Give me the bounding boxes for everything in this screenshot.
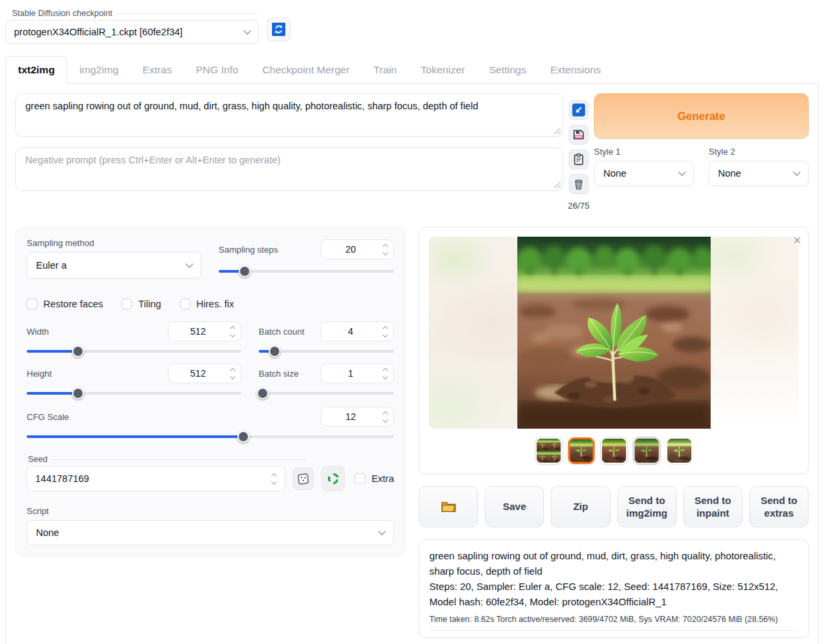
close-icon[interactable]: × (793, 233, 801, 247)
stepper-arrows[interactable] (380, 327, 393, 337)
style2-dropdown[interactable]: None (709, 161, 809, 186)
batch-size-slider[interactable] (259, 392, 394, 395)
script-label: Script (27, 506, 394, 516)
floppy-disk-icon (572, 128, 585, 141)
style2-group: Style 2 None (709, 147, 809, 186)
tab-extensions[interactable]: Extensions (538, 57, 613, 83)
paste-generation-params-button[interactable] (569, 100, 589, 120)
hires-fix-label: Hires. fix (197, 299, 234, 309)
stepper-arrows[interactable] (227, 327, 241, 337)
restore-faces-checkbox[interactable]: Restore faces (27, 299, 103, 309)
clear-prompt-button[interactable] (569, 174, 589, 194)
stepper-arrows[interactable] (380, 412, 393, 422)
thumbnail[interactable] (666, 437, 693, 464)
thumbnail[interactable] (633, 437, 660, 464)
checkbox-box[interactable] (121, 299, 132, 309)
hires-fix-checkbox[interactable]: Hires. fix (180, 299, 234, 309)
height-slider[interactable] (27, 392, 241, 395)
tab-img2img[interactable]: img2img (67, 57, 131, 83)
style1-label: Style 1 (594, 147, 694, 157)
seed-value[interactable] (35, 473, 269, 484)
sampling-steps-value[interactable] (321, 244, 380, 255)
txt2img-panel: green sapling rowing out of ground, mud,… (5, 84, 819, 644)
slider-knob[interactable] (72, 345, 84, 357)
batch-count-value[interactable] (321, 326, 380, 337)
prompt-input[interactable]: green sapling rowing out of ground, mud,… (16, 94, 563, 134)
main-tab-bar: txt2img img2img Extras PNG Info Checkpoi… (5, 56, 819, 84)
width-slider[interactable] (27, 350, 241, 353)
tab-png-info[interactable]: PNG Info (184, 57, 251, 83)
tiling-label: Tiling (138, 299, 161, 309)
batch-column: Batch count (259, 315, 394, 395)
prompt-band: green sapling rowing out of ground, mud,… (15, 93, 809, 211)
extra-seed-label: Extra (371, 473, 394, 484)
open-folder-button[interactable] (419, 486, 478, 527)
token-counter: 26/75 (568, 201, 590, 211)
thumbnail[interactable] (601, 437, 627, 464)
batch-count-label: Batch count (259, 327, 305, 337)
checkbox-box[interactable] (27, 299, 37, 309)
sampling-steps-group: Sampling steps (219, 238, 394, 279)
tab-tokenizer[interactable]: Tokenizer (409, 57, 477, 83)
checkbox-box[interactable] (355, 473, 365, 484)
sampling-method-group: Sampling method Euler a (27, 238, 201, 279)
slider-knob[interactable] (72, 387, 84, 399)
refresh-checkpoints-button[interactable] (267, 17, 291, 41)
apply-style-button[interactable] (569, 149, 589, 169)
cfg-scale-group: CFG Scale (27, 407, 394, 438)
send-to-inpaint-button[interactable]: Send to inpaint (683, 486, 743, 527)
extra-seed-checkbox[interactable]: Extra (355, 473, 394, 484)
thumbnail-selected[interactable] (568, 437, 595, 464)
slider-knob[interactable] (239, 265, 251, 277)
tab-settings[interactable]: Settings (477, 57, 538, 83)
thumbnail-grid[interactable] (535, 437, 562, 464)
stepper-arrows[interactable] (269, 474, 282, 484)
script-dropdown[interactable]: None (27, 520, 394, 545)
generate-button[interactable]: Generate (594, 93, 809, 139)
tab-extras[interactable]: Extras (131, 57, 184, 83)
zip-button[interactable]: Zip (551, 486, 610, 527)
stepper-arrows[interactable] (380, 245, 393, 255)
tiling-checkbox[interactable]: Tiling (121, 299, 161, 309)
checkbox-box[interactable] (180, 299, 191, 309)
legend-line (51, 459, 305, 460)
generated-image[interactable] (517, 237, 711, 429)
sd-webui-page: Stable Diffusion checkpoint protogenX34O… (0, 0, 824, 644)
checkpoint-dropdown[interactable]: protogenX34OfficialR_1.ckpt [60fe2f34] (5, 20, 259, 44)
tab-checkpoint-merger[interactable]: Checkpoint Merger (250, 57, 361, 83)
slider-knob[interactable] (237, 431, 249, 443)
trash-icon (572, 177, 585, 191)
checkpoint-selector: Stable Diffusion checkpoint protogenX34O… (5, 8, 259, 44)
gallery-side-blur-right[interactable] (711, 237, 799, 429)
sampling-method-dropdown[interactable]: Euler a (27, 252, 201, 279)
dimensions-batch-grid: Width Hei (27, 315, 394, 395)
negative-prompt-input[interactable] (16, 148, 563, 188)
height-number (168, 363, 241, 383)
height-value[interactable] (169, 368, 227, 379)
random-seed-button[interactable] (293, 467, 313, 490)
generate-column: Generate Style 1 None Style 2 None (594, 93, 809, 211)
tab-train[interactable]: Train (361, 57, 409, 83)
gallery-side-blur-left[interactable] (429, 237, 517, 429)
style1-dropdown[interactable]: None (594, 161, 694, 186)
save-button[interactable]: Save (485, 486, 544, 527)
slider-knob[interactable] (257, 387, 269, 399)
cfg-scale-slider[interactable] (27, 435, 394, 438)
height-group: Height (27, 363, 241, 395)
stepper-arrows[interactable] (227, 369, 241, 379)
batch-count-slider[interactable] (259, 350, 394, 353)
width-value[interactable] (169, 326, 227, 337)
sampling-steps-slider[interactable] (219, 270, 394, 273)
output-column: × (419, 227, 809, 638)
stepper-arrows[interactable] (380, 369, 393, 379)
slider-knob[interactable] (269, 345, 281, 357)
chevron-down-icon (793, 168, 800, 175)
checkpoint-value: protogenX34OfficialR_1.ckpt [60fe2f34] (14, 27, 183, 37)
reuse-seed-button[interactable] (321, 466, 345, 491)
send-to-extras-button[interactable]: Send to extras (749, 486, 809, 527)
batch-size-value[interactable] (321, 368, 380, 379)
tab-txt2img[interactable]: txt2img (5, 56, 67, 84)
send-to-img2img-button[interactable]: Send to img2img (617, 486, 677, 527)
save-style-button[interactable] (569, 125, 589, 145)
cfg-scale-value[interactable] (321, 411, 380, 422)
